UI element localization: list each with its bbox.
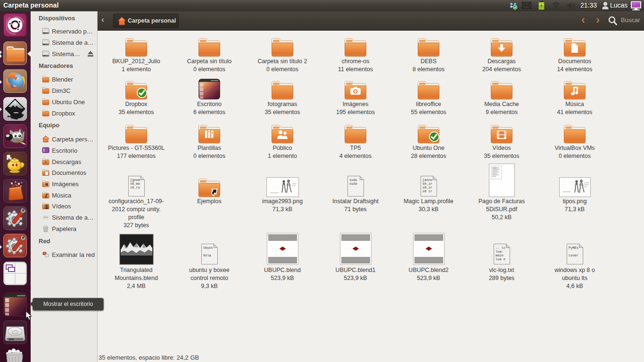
svg-text:lua:: lua:: [495, 250, 504, 254]
svg-text:[anno: [anno: [422, 178, 432, 182]
svg-text:s0_ru: s0_ru: [130, 186, 140, 189]
svg-text:sudo: sudo: [349, 182, 357, 186]
svg-text:Hola: Hola: [203, 254, 211, 257]
svg-text:PyMEs: PyMEs: [569, 246, 578, 250]
svg-text:-- lc: -- lc: [495, 246, 505, 250]
svg-text:[gnom: [gnom: [130, 178, 140, 182]
svg-text:main: main: [495, 254, 504, 257]
svg-text:sudo: sudo: [349, 178, 357, 182]
svg-text:s0_me: s0_me: [130, 182, 140, 186]
svg-text:Lever: Lever: [569, 254, 578, 257]
svg-text:s0_ir: s0_ir: [422, 186, 432, 189]
svg-text:s0 ir: s0 ir: [422, 189, 432, 193]
svg-text:s0_ir: s0_ir: [422, 182, 432, 186]
svg-text:Ubunt: Ubunt: [203, 246, 213, 250]
svg-text:lua e: lua e: [495, 257, 505, 261]
